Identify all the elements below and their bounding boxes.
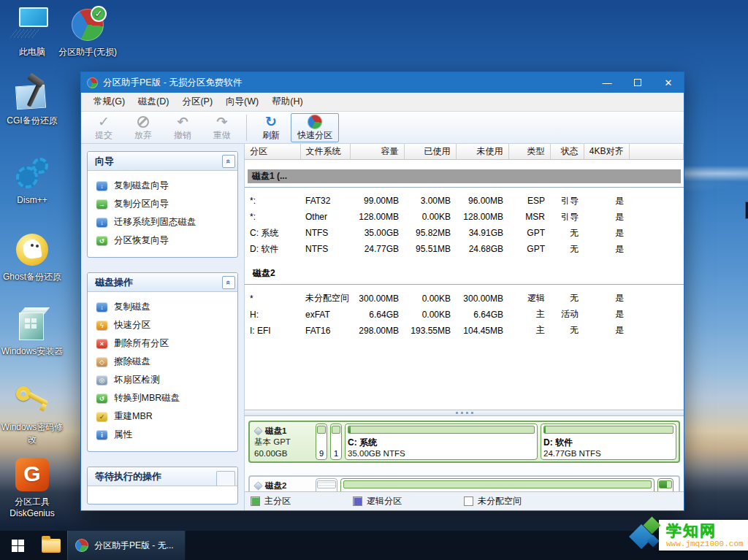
desktop-icon-label: CGI备份还原 (0, 115, 64, 127)
disk2-map-row[interactable]: 磁盘2 基本 MBR 7.23GB 30... H: 6.64GB exFAT (248, 475, 680, 491)
sidebar-item-partition-recovery[interactable]: ↺ 分区恢复向导 (95, 231, 233, 250)
collapse-chevron-icon[interactable]: « (222, 155, 235, 168)
col-filesystem[interactable]: 文件系统 (300, 144, 350, 159)
partition-assistant-icon: ✓ (56, 6, 120, 44)
taskbar-active-task[interactable]: 分区助手PE版 - 无... (67, 531, 186, 560)
disk-map-area: 磁盘1 基本 GPT 60.00GB 9 1 (245, 416, 684, 491)
col-type[interactable]: 类型 (508, 144, 550, 159)
sidebar-item-copy-partition-wizard[interactable]: → 复制分区向导 (95, 195, 233, 213)
disk-operations-title: 磁盘操作 (95, 276, 222, 289)
table-row[interactable]: *: Other 128.00MB 0.00KB 128.00MB MSR 引导… (245, 209, 684, 225)
disk1-partition-c[interactable]: C: 系统 35.00GB NTFS (345, 423, 538, 460)
disk2-partition-i[interactable]: I:... 29... (657, 478, 673, 491)
desktop-icon-windows-installer[interactable]: Windows安装器 (0, 305, 64, 358)
desktop-icon-label: Dism++ (0, 195, 64, 205)
copy-disk-wizard-icon: ↓ (96, 181, 107, 191)
convert-icon: ↺ (96, 394, 107, 403)
disk2-group-row[interactable]: 磁盘2 (245, 257, 684, 285)
legend-bar: 主分区 逻辑分区 未分配空间 (245, 491, 684, 510)
toolbar: ✓ 提交 放弃 ↶ 撤销 ↷ 重做 ↻ 刷新 快速分区 (81, 112, 684, 144)
disk1-group-row[interactable]: 磁盘1 (... (245, 159, 684, 187)
desktop-icon-this-pc[interactable]: 此电脑 (0, 6, 64, 58)
ghost-icon (0, 231, 64, 269)
table-row[interactable]: H: exFAT 6.64GB 0.00KB 6.64GB 主 活动 是 (245, 307, 684, 323)
close-button[interactable]: ✕ (653, 72, 684, 93)
gears-icon (0, 155, 64, 193)
watermark-logo-icon (631, 516, 663, 554)
refresh-button[interactable]: ↻ 刷新 (251, 113, 291, 142)
title-bar[interactable]: 分区助手PE版 - 无损分区免费软件 — ✕ (81, 72, 684, 93)
table-header-row: 分区 文件系统 容量 已使用 未使用 类型 状态 4KB对齐 (245, 144, 684, 159)
disk1-partition-esp[interactable]: 9 (316, 423, 327, 460)
sidebar-item-convert-to-mbr[interactable]: ↺ 转换到MBR磁盘 (95, 389, 233, 407)
sidebar-item-rebuild-mbr[interactable]: ✓ 重建MBR (95, 407, 233, 426)
desktop-icon-partition-assistant[interactable]: ✓ 分区助手(无损) (56, 6, 120, 58)
computer-icon (0, 6, 64, 44)
disk2-group-label[interactable]: 磁盘2 (247, 266, 682, 280)
col-used[interactable]: 已使用 (404, 144, 456, 159)
edge-notch (745, 202, 748, 219)
menu-partition[interactable]: 分区(P) (175, 93, 219, 110)
desktop-icon-windows-password[interactable]: Windows密码修改 (0, 381, 64, 446)
desktop-icon-cgi-backup[interactable]: CGI备份还原 (0, 74, 64, 127)
redo-button[interactable]: ↷ 重做 (202, 113, 242, 142)
minimize-button[interactable]: — (592, 72, 622, 93)
sidebar-item-migrate-os-ssd[interactable]: ↓ 迁移系统到固态磁盘 (95, 213, 233, 231)
menu-bar: 常规(G) 磁盘(D) 分区(P) 向导(W) 帮助(H) (81, 93, 684, 112)
col-4kb-aligned[interactable]: 4KB对齐 (584, 144, 629, 159)
col-status[interactable]: 状态 (550, 144, 584, 159)
menu-disk[interactable]: 磁盘(D) (131, 93, 175, 110)
redo-icon: ↷ (216, 115, 227, 129)
toolbar-separator (246, 115, 247, 141)
table-row[interactable]: C: 系统 NTFS 35.00GB 95.82MB 34.91GB GPT 无… (245, 225, 684, 241)
disk1-group-label[interactable]: 磁盘1 (... (248, 169, 681, 183)
disk2-partition-h[interactable]: H: 6.64GB exFAT (340, 478, 654, 491)
col-partition[interactable]: 分区 (245, 144, 300, 159)
disk2-unallocated[interactable]: 30... (316, 478, 337, 491)
table-row[interactable]: *: FAT32 99.00MB 3.00MB 96.00MB ESP 引导 是 (245, 193, 684, 209)
menu-general[interactable]: 常规(G) (87, 93, 131, 110)
table-row[interactable]: * 未分配空间 300.00MB 0.00KB 300.00MB 逻辑 无 是 (245, 291, 684, 307)
sidebar-item-wipe-disk[interactable]: ◇ 擦除磁盘 (95, 353, 233, 371)
collapse-chevron-icon[interactable]: « (222, 276, 235, 289)
disk-icon (253, 481, 262, 490)
col-capacity[interactable]: 容量 (350, 144, 404, 159)
quick-partition-button[interactable]: 快速分区 (291, 113, 339, 142)
sidebar-item-properties[interactable]: i 属性 (95, 426, 233, 444)
sidebar-item-quick-partition[interactable]: ϟ 快速分区 (95, 316, 233, 334)
disk1-map-row[interactable]: 磁盘1 基本 GPT 60.00GB 9 1 (248, 421, 680, 463)
undo-button[interactable]: ↶ 撤销 (163, 113, 202, 142)
pending-operations-panel: 等待执行的操作 (87, 467, 238, 505)
sidebar-item-delete-all-partitions[interactable]: × 删除所有分区 (95, 334, 233, 353)
partition-recovery-icon: ↺ (96, 236, 107, 245)
col-unused[interactable]: 未使用 (456, 144, 508, 159)
commit-button[interactable]: ✓ 提交 (84, 113, 123, 142)
sidebar-item-copy-disk-wizard[interactable]: ↓ 复制磁盘向导 (95, 177, 233, 195)
desktop-icon-diskgenius[interactable]: G 分区工具 DiskGenius (0, 456, 64, 518)
discard-button[interactable]: 放弃 (123, 113, 163, 142)
menu-wizard[interactable]: 向导(W) (219, 93, 265, 110)
menu-help[interactable]: 帮助(H) (265, 93, 309, 110)
file-explorer-button[interactable] (35, 531, 67, 560)
start-button[interactable] (0, 531, 35, 560)
disk1-label[interactable]: 磁盘1 基本 GPT 60.00GB (251, 423, 313, 460)
disk1-partition-msr[interactable]: 1 (330, 423, 342, 460)
desktop-icon-label: Windows密码修改 (0, 421, 64, 446)
sidebar-item-bad-sector-check[interactable]: ◎ 坏扇区检测 (95, 371, 233, 389)
table-row[interactable]: D: 软件 NTFS 24.77GB 95.51MB 24.68GB GPT 无… (245, 241, 684, 257)
disk2-label[interactable]: 磁盘2 基本 MBR 7.23GB (251, 478, 313, 491)
desktop-icon-label: 分区助手(无损) (56, 46, 120, 58)
maximize-button[interactable] (622, 72, 653, 93)
sidebar-item-copy-disk[interactable]: ↓ 复制磁盘 (95, 298, 233, 316)
desktop-icon-ghost-backup[interactable]: Ghost备份还原 (0, 231, 64, 283)
splitter-handle[interactable] (245, 410, 684, 416)
cgi-backup-icon (0, 74, 64, 112)
legend-logical: 逻辑分区 (353, 495, 402, 507)
desktop-icon-dism[interactable]: Dism++ (0, 155, 64, 205)
table-row[interactable]: I: EFI FAT16 298.00MB 193.55MB 104.45MB … (245, 323, 684, 339)
disk1-partition-d[interactable]: D: 软件 24.77GB NTFS (541, 423, 676, 460)
windows-logo-icon (12, 540, 24, 552)
magnifier-icon: ◎ (96, 375, 107, 385)
lightning-icon: ϟ (96, 321, 107, 330)
maximize-icon (634, 79, 641, 86)
